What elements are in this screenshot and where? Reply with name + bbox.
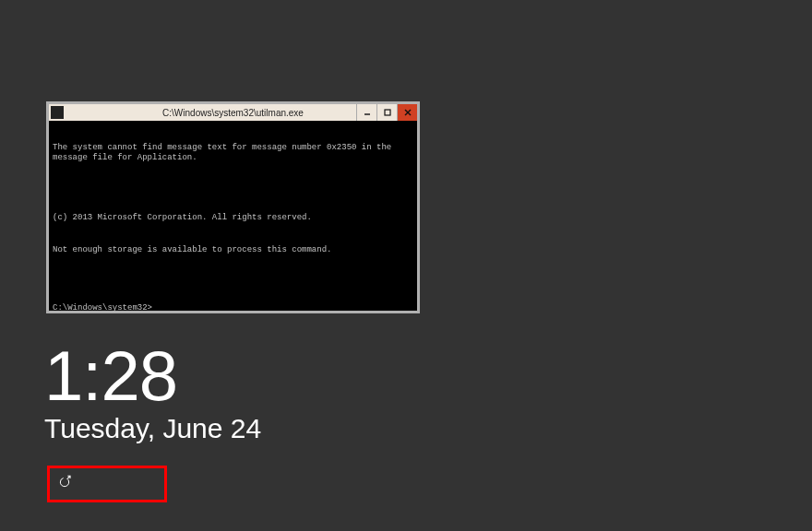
lockscreen-date: Tuesday, June 24 [44, 413, 261, 444]
console-window: C:\Windows\system32\utilman.exe The syst… [46, 101, 420, 313]
console-titlebar[interactable]: C:\Windows\system32\utilman.exe [49, 104, 417, 121]
svg-rect-1 [385, 110, 390, 115]
console-line: (c) 2013 Microsoft Corporation. All righ… [53, 213, 413, 223]
window-buttons [356, 104, 417, 121]
svg-point-4 [60, 478, 68, 486]
cmd-icon [51, 106, 64, 119]
close-button[interactable] [397, 104, 417, 121]
lockscreen-time: 1:28 [44, 341, 261, 411]
lockscreen-clock: 1:28 Tuesday, June 24 [44, 341, 261, 444]
console-prompt[interactable]: C:\Windows\system32> [53, 303, 413, 313]
maximize-button[interactable] [376, 104, 397, 121]
ease-of-access-button[interactable] [57, 475, 72, 490]
minimize-button[interactable] [356, 104, 376, 121]
console-blank [53, 185, 413, 191]
console-output: The system cannot find message text for … [49, 121, 417, 337]
console-line: Not enough storage is available to proce… [53, 245, 413, 255]
console-line: The system cannot find message text for … [53, 143, 413, 163]
console-blank [53, 277, 413, 281]
